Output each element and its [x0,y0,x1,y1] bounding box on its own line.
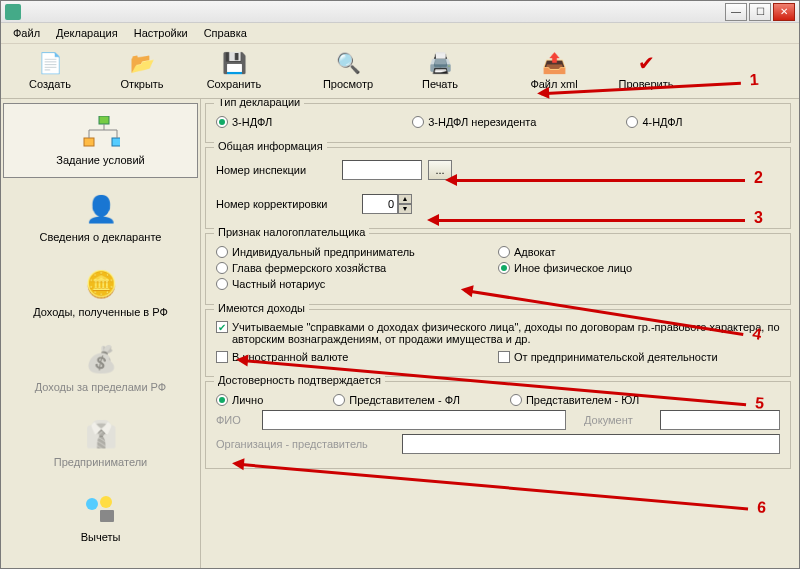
radio-icon [216,116,228,128]
radio-icon [498,262,510,274]
svg-point-4 [100,496,112,508]
printer-icon: 🖨️ [427,50,453,76]
group-confirm: Достоверность подтверждается Лично Предс… [205,381,791,469]
sidebar-item-income-foreign[interactable]: 💰 Доходы за пределами РФ [1,330,200,405]
radio-other-person[interactable]: Иное физическое лицо [498,262,780,274]
person-icon: 👤 [82,191,120,227]
calculator-icon [82,491,120,527]
check-icon: ✔ [633,50,659,76]
label-org: Организация - представитель [216,438,396,450]
app-window: — ☐ ✕ Файл Декларация Настройки Справка … [0,0,800,569]
maximize-button[interactable]: ☐ [749,3,771,21]
svg-rect-2 [112,138,120,146]
sidebar-item-entrepreneurs[interactable]: 👔 Предприниматели [1,405,200,480]
radio-3ndfl-nonres[interactable]: 3-НДФЛ нерезидента [412,116,536,128]
correction-value[interactable] [362,194,398,214]
tb-xml[interactable]: 📤Файл xml [509,48,599,92]
menu-settings[interactable]: Настройки [126,25,196,41]
label-doc: Документ [584,414,654,426]
tb-create[interactable]: 📄Создать [5,48,95,92]
minimize-button[interactable]: — [725,3,747,21]
group-taxpayer: Признак налогоплательщика Индивидуальный… [205,233,791,305]
checkbox-icon [498,351,510,363]
svg-point-3 [86,498,98,510]
label-fio: ФИО [216,414,256,426]
close-button[interactable]: ✕ [773,3,795,21]
svg-rect-0 [99,116,109,124]
radio-icon [498,246,510,258]
main-panel: Тип декларации 3-НДФЛ 3-НДФЛ нерезидента… [201,99,799,568]
coins-icon: 🪙 [82,266,120,302]
export-icon: 📤 [541,50,567,76]
chk-entrepreneur-income[interactable]: От предпринимательской деятельности [498,351,780,363]
radio-notary[interactable]: Частный нотариус [216,278,498,290]
toolbar: 📄Создать 📂Открыть 💾Сохранить 🔍Просмотр 🖨… [1,44,799,99]
radio-3ndfl[interactable]: 3-НДФЛ [216,116,272,128]
radio-icon [216,394,228,406]
magnifier-icon: 🔍 [335,50,361,76]
menubar: Файл Декларация Настройки Справка [1,23,799,44]
titlebar: — ☐ ✕ [1,1,799,23]
doc-input [660,410,780,430]
group-income: Имеются доходы ✔Учитываемые "справками о… [205,309,791,377]
group-decl-type: Тип декларации 3-НДФЛ 3-НДФЛ нерезидента… [205,103,791,143]
diagram-icon [82,114,120,150]
spin-up-button[interactable]: ▲ [398,194,412,204]
svg-rect-1 [84,138,94,146]
radio-lawyer[interactable]: Адвокат [498,246,780,258]
money-bag-icon: 💰 [82,341,120,377]
sidebar: Задание условий 👤 Сведения о декларанте … [1,99,201,568]
label-inspection: Номер инспекции [216,164,336,176]
folder-open-icon: 📂 [129,50,155,76]
sidebar-item-conditions[interactable]: Задание условий [3,103,198,178]
radio-icon [216,262,228,274]
checkbox-icon: ✔ [216,321,228,333]
checkbox-icon [216,351,228,363]
correction-spinner[interactable]: ▲▼ [362,194,412,214]
menu-file[interactable]: Файл [5,25,48,41]
inspection-browse-button[interactable]: ... [428,160,452,180]
label-correction: Номер корректировки [216,198,356,210]
save-icon: 💾 [221,50,247,76]
tb-open[interactable]: 📂Открыть [97,48,187,92]
chk-income-cert[interactable]: ✔Учитываемые "справками о доходах физиче… [216,321,780,345]
tb-preview[interactable]: 🔍Просмотр [303,48,393,92]
inspection-input[interactable] [342,160,422,180]
menu-help[interactable]: Справка [196,25,255,41]
chk-foreign-currency[interactable]: В иностранной валюте [216,351,498,363]
tb-print[interactable]: 🖨️Печать [395,48,485,92]
briefcase-person-icon: 👔 [82,416,120,452]
radio-self[interactable]: Лично [216,394,263,406]
new-file-icon: 📄 [37,50,63,76]
app-icon [5,4,21,20]
radio-rep-fl[interactable]: Представителем - ФЛ [333,394,460,406]
spin-down-button[interactable]: ▼ [398,204,412,214]
svg-rect-5 [100,510,114,522]
sidebar-item-deductions[interactable]: Вычеты [1,480,200,555]
radio-icon [412,116,424,128]
radio-icon [510,394,522,406]
radio-ip[interactable]: Индивидуальный предприниматель [216,246,498,258]
radio-rep-yl[interactable]: Представителем - ЮЛ [510,394,639,406]
group-general: Общая информация Номер инспекции ... Ном… [205,147,791,229]
menu-declaration[interactable]: Декларация [48,25,126,41]
radio-icon [626,116,638,128]
radio-icon [216,278,228,290]
sidebar-item-income-rf[interactable]: 🪙 Доходы, полученные в РФ [1,255,200,330]
radio-4ndfl[interactable]: 4-НДФЛ [626,116,682,128]
org-input [402,434,780,454]
sidebar-item-declarant[interactable]: 👤 Сведения о декларанте [1,180,200,255]
radio-icon [216,246,228,258]
radio-farm[interactable]: Глава фермерского хозяйства [216,262,498,274]
radio-icon [333,394,345,406]
fio-input [262,410,566,430]
tb-save[interactable]: 💾Сохранить [189,48,279,92]
tb-check[interactable]: ✔Проверить [601,48,691,92]
